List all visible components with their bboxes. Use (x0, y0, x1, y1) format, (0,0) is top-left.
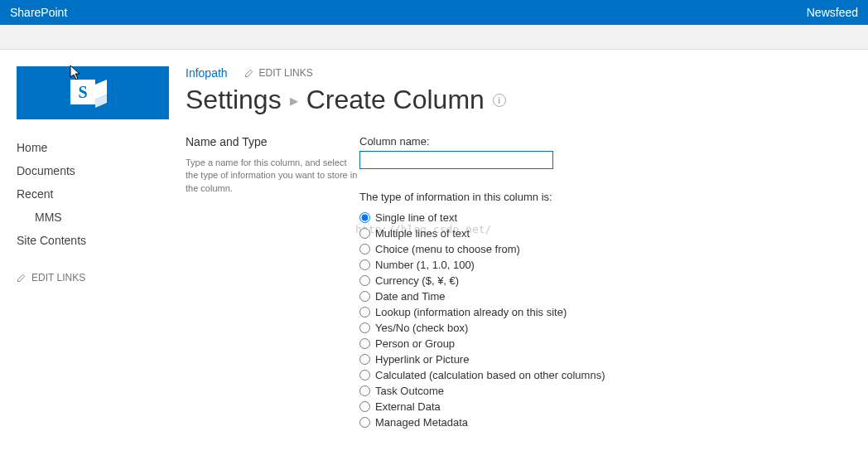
site-breadcrumb-link[interactable]: Infopath (186, 66, 228, 80)
column-type-option[interactable]: Single line of text (359, 210, 868, 225)
nav-item-recent[interactable]: Recent (17, 182, 169, 206)
nav-list: Home Documents Recent MMS Site Contents (17, 136, 169, 252)
form-section-name-type: Name and Type Type a name for this colum… (186, 135, 868, 430)
column-type-option[interactable]: Calculated (calculation based on other c… (359, 367, 868, 383)
column-type-radio-list: Single line of textMultiple lines of tex… (359, 210, 868, 430)
column-type-option-label: External Data (375, 400, 441, 413)
nav-item-documents[interactable]: Documents (17, 159, 169, 182)
column-type-radio[interactable] (359, 259, 370, 270)
column-type-radio[interactable] (359, 385, 370, 396)
column-type-option-label: Choice (menu to choose from) (375, 243, 520, 255)
column-type-radio[interactable] (359, 338, 370, 349)
pencil-icon (244, 68, 254, 78)
top-edit-links[interactable]: EDIT LINKS (244, 67, 313, 79)
page-title-settings[interactable]: Settings (186, 85, 282, 115)
column-type-option-label: Single line of text (375, 211, 457, 224)
left-nav: S Home Documents Recent MMS Site Content… (17, 66, 169, 430)
column-type-radio[interactable] (359, 275, 370, 286)
column-type-option-label: Managed Metadata (375, 416, 468, 429)
column-type-radio[interactable] (359, 370, 370, 380)
suite-bar: SharePoint Newsfeed (0, 0, 868, 25)
column-type-radio[interactable] (359, 322, 370, 333)
column-type-radio[interactable] (359, 401, 370, 412)
column-type-radio[interactable] (359, 244, 370, 254)
column-type-prompt: The type of information in this column i… (359, 191, 868, 203)
column-type-radio[interactable] (359, 354, 370, 365)
column-name-input[interactable] (359, 151, 553, 169)
column-type-option[interactable]: Date and Time (359, 288, 868, 304)
column-type-option[interactable]: Number (1, 1.0, 100) (359, 257, 868, 273)
content-area: Infopath EDIT LINKS Settings ▸ Create Co… (169, 66, 868, 430)
column-type-radio[interactable] (359, 228, 370, 239)
column-type-option-label: Currency ($, ¥, €) (375, 274, 459, 287)
column-type-option[interactable]: Multiple lines of text (359, 225, 868, 241)
column-type-option-label: Task Outcome (375, 385, 444, 397)
nav-item-mms[interactable]: MMS (17, 206, 169, 229)
column-type-option-label: Multiple lines of text (375, 227, 470, 240)
suite-brand-link[interactable]: SharePoint (10, 6, 67, 19)
section-desc-text: Type a name for this column, and select … (186, 157, 359, 195)
page-title-current: Create Column (306, 85, 485, 115)
column-type-option[interactable]: Currency ($, ¥, €) (359, 273, 868, 288)
top-edit-links-label: EDIT LINKS (259, 67, 313, 79)
column-type-radio[interactable] (359, 212, 370, 223)
suite-newsfeed-link[interactable]: Newsfeed (807, 6, 858, 19)
column-type-option-label: Number (1, 1.0, 100) (375, 259, 475, 271)
pencil-icon (17, 273, 27, 283)
column-type-option[interactable]: Person or Group (359, 336, 868, 351)
info-icon[interactable]: i (493, 94, 506, 107)
column-type-radio[interactable] (359, 417, 370, 428)
column-type-radio[interactable] (359, 307, 370, 317)
column-type-option-label: Calculated (calculation based on other c… (375, 369, 605, 381)
nav-edit-links[interactable]: EDIT LINKS (17, 272, 169, 284)
nav-edit-links-label: EDIT LINKS (31, 272, 85, 284)
breadcrumb-separator-icon: ▸ (290, 90, 298, 110)
column-type-option[interactable]: Managed Metadata (359, 414, 868, 430)
column-name-label: Column name: (359, 135, 868, 148)
column-type-option[interactable]: Yes/No (check box) (359, 320, 868, 336)
sharepoint-logo-icon: S (70, 75, 115, 111)
column-type-option[interactable]: Choice (menu to choose from) (359, 241, 868, 257)
page-title: Settings ▸ Create Column i (186, 85, 868, 115)
column-type-option[interactable]: Task Outcome (359, 383, 868, 399)
section-heading: Name and Type (186, 135, 359, 148)
column-type-option-label: Yes/No (check box) (375, 322, 468, 334)
column-type-option[interactable]: External Data (359, 399, 868, 414)
ribbon-bar (0, 25, 868, 50)
column-type-option-label: Person or Group (375, 337, 455, 350)
svg-text:S: S (78, 83, 87, 101)
site-logo[interactable]: S (17, 66, 169, 119)
column-type-option[interactable]: Hyperlink or Picture (359, 351, 868, 367)
nav-item-site-contents[interactable]: Site Contents (17, 229, 169, 252)
breadcrumb-row: Infopath EDIT LINKS (186, 66, 868, 80)
section-controls: Column name: The type of information in … (359, 135, 868, 430)
column-type-option-label: Hyperlink or Picture (375, 353, 469, 366)
nav-item-home[interactable]: Home (17, 136, 169, 159)
column-type-radio[interactable] (359, 291, 370, 302)
column-type-option-label: Lookup (information already on this site… (375, 306, 567, 318)
column-type-option[interactable]: Lookup (information already on this site… (359, 304, 868, 320)
column-type-option-label: Date and Time (375, 290, 446, 303)
section-description: Name and Type Type a name for this colum… (186, 135, 359, 430)
